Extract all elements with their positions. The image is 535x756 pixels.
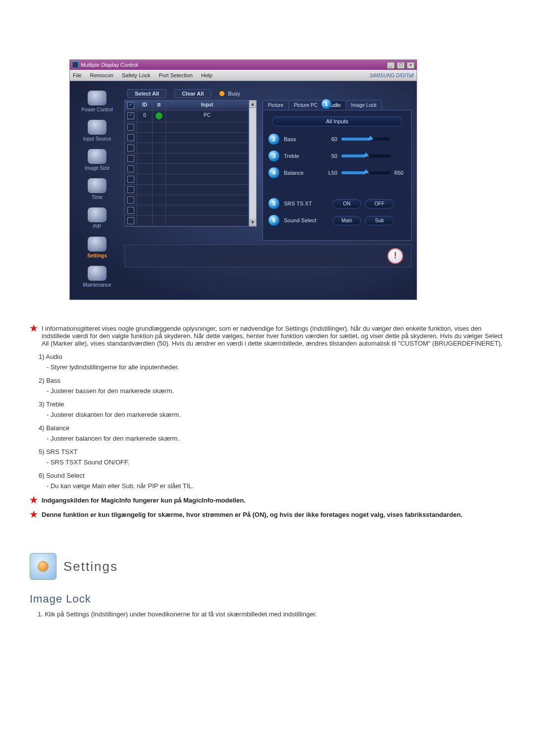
sidebar-item-time[interactable]: Time <box>70 178 124 200</box>
row-checkbox[interactable] <box>127 165 134 172</box>
main-area: Select All Clear All Busy ID <box>124 81 417 300</box>
input-source-icon <box>87 119 107 135</box>
pip-icon <box>87 207 107 223</box>
info-grid: ID ⛭ Input 0 PC <box>124 100 249 227</box>
header-checkbox[interactable] <box>127 102 134 109</box>
treble-slider[interactable] <box>341 154 390 157</box>
warning-icon: ! <box>387 248 403 264</box>
balance-label: Balance <box>284 170 319 176</box>
row-checkbox[interactable] <box>127 112 134 119</box>
row-checkbox[interactable] <box>127 197 134 203</box>
item-5-title: SRS TSXT <box>46 448 77 455</box>
table-row[interactable] <box>125 153 249 164</box>
status-led-icon <box>156 112 162 119</box>
srs-row: 5 SRS TS XT ON OFF <box>268 198 406 209</box>
row-checkbox[interactable] <box>127 155 134 162</box>
srs-off-button[interactable]: OFF <box>365 199 394 208</box>
sidebar-item-settings[interactable]: Settings <box>70 236 124 258</box>
menu-help[interactable]: Help <box>201 72 213 78</box>
table-row[interactable] <box>125 122 249 133</box>
grid-scrollbar[interactable]: ▲ ▼ <box>249 100 257 227</box>
item-6-sub: - Du kan vælge Main eller Sub, når PIP e… <box>47 482 505 490</box>
bass-label: Bass <box>284 136 319 142</box>
scroll-down-icon[interactable]: ▼ <box>249 219 256 226</box>
maximize-button[interactable]: □ <box>397 62 405 69</box>
tab-picture-pc[interactable]: Picture PC <box>288 100 323 110</box>
treble-row: 3 Treble 50 <box>268 150 406 162</box>
balance-value-left: L50 <box>322 170 337 176</box>
sidebar-item-input-source[interactable]: Input Source <box>70 119 124 142</box>
row-checkbox[interactable] <box>127 217 134 224</box>
item-1-sub: - Styrer lydindstillingerne for alle inp… <box>47 363 505 371</box>
srs-label: SRS TS XT <box>284 201 328 206</box>
tab-image-lock[interactable]: Image Lock <box>346 100 382 110</box>
item-4-num: 4) <box>39 424 45 432</box>
app-icon <box>72 61 79 68</box>
col-input: Input <box>166 101 249 111</box>
srs-on-button[interactable]: ON <box>332 199 361 208</box>
item-6-title: Sound Select <box>46 472 84 479</box>
sound-select-row: 6 Sound Select Main Sub <box>268 214 406 226</box>
title-bar: Multiple Display Control _ □ × <box>70 60 417 70</box>
row-checkbox[interactable] <box>127 176 134 183</box>
balance-slider[interactable] <box>341 171 390 174</box>
table-row[interactable] <box>125 185 249 195</box>
table-row[interactable] <box>125 164 249 174</box>
item-1-num: 1) <box>39 353 45 360</box>
sidebar-item-image-size[interactable]: Image Size <box>70 149 124 171</box>
cell-input: PC <box>166 111 249 122</box>
table-row[interactable] <box>125 174 249 185</box>
time-icon <box>87 178 107 194</box>
table-row[interactable] <box>125 216 249 226</box>
row-checkbox[interactable] <box>127 134 134 141</box>
document-body: ★ I informationsgitteret vises nogle gru… <box>30 325 505 618</box>
intro-text: I informationsgitteret vises nogle grund… <box>42 325 505 347</box>
sidebar-item-pip[interactable]: PIP <box>70 207 124 229</box>
cell-id: 0 <box>137 111 153 122</box>
row-checkbox[interactable] <box>127 207 134 214</box>
all-inputs-button[interactable]: All Inputs <box>272 116 402 126</box>
menu-file[interactable]: File <box>73 72 82 78</box>
menu-port-selection[interactable]: Port Selection <box>159 72 192 78</box>
callout-2: 2 <box>268 133 280 145</box>
menu-safety-lock[interactable]: Safety Lock <box>122 72 150 78</box>
row-checkbox[interactable] <box>127 145 134 151</box>
callout-6: 6 <box>268 214 280 226</box>
scroll-up-icon[interactable]: ▲ <box>249 101 256 108</box>
item-6-num: 6) <box>39 472 45 479</box>
bass-slider[interactable] <box>341 138 390 141</box>
star-icon: ★ <box>30 325 38 332</box>
row-checkbox[interactable] <box>127 124 134 131</box>
settings-panel: Picture Picture PC 1 Audio Image Lock Al… <box>263 100 412 241</box>
tab-picture[interactable]: Picture <box>263 100 289 110</box>
sidebar-item-maintenance[interactable]: Maintenance <box>70 265 124 288</box>
table-row[interactable] <box>125 143 249 153</box>
sidebar-label: Maintenance <box>70 282 124 288</box>
menu-remocon[interactable]: Remocon <box>90 72 113 78</box>
callout-1: 1 <box>321 99 332 109</box>
bass-value: 60 <box>322 136 337 142</box>
item-4-sub: - Justerer balancen for den markerede sk… <box>47 435 505 442</box>
sidebar-label: Time <box>70 195 124 200</box>
item-2-num: 2) <box>39 377 45 384</box>
power-icon <box>87 90 107 106</box>
sound-select-main-button[interactable]: Main <box>332 216 361 225</box>
close-button[interactable]: × <box>407 62 415 69</box>
sidebar-item-power-control[interactable]: Power Control <box>70 90 124 112</box>
item-4-title: Balance <box>46 424 69 432</box>
sound-select-sub-button[interactable]: Sub <box>365 216 394 225</box>
note-2: Denne funktion er kun tilgængelig for sk… <box>42 511 505 518</box>
callout-3: 3 <box>268 150 280 162</box>
table-row[interactable] <box>125 195 249 205</box>
row-checkbox[interactable] <box>127 186 134 193</box>
table-row[interactable] <box>125 205 249 216</box>
tab-audio[interactable]: 1 Audio <box>322 100 346 110</box>
table-row[interactable]: 0 PC <box>125 111 249 122</box>
minimize-button[interactable]: _ <box>387 62 395 69</box>
clear-all-button[interactable]: Clear All <box>174 89 211 98</box>
app-window: Multiple Display Control _ □ × File Remo… <box>69 59 417 300</box>
menu-bar: File Remocon Safety Lock Port Selection … <box>70 70 417 81</box>
table-row[interactable] <box>125 133 249 143</box>
select-all-button[interactable]: Select All <box>127 89 166 98</box>
subsection-step: 1. Klik på Settings (Indstillinger) unde… <box>38 610 505 618</box>
